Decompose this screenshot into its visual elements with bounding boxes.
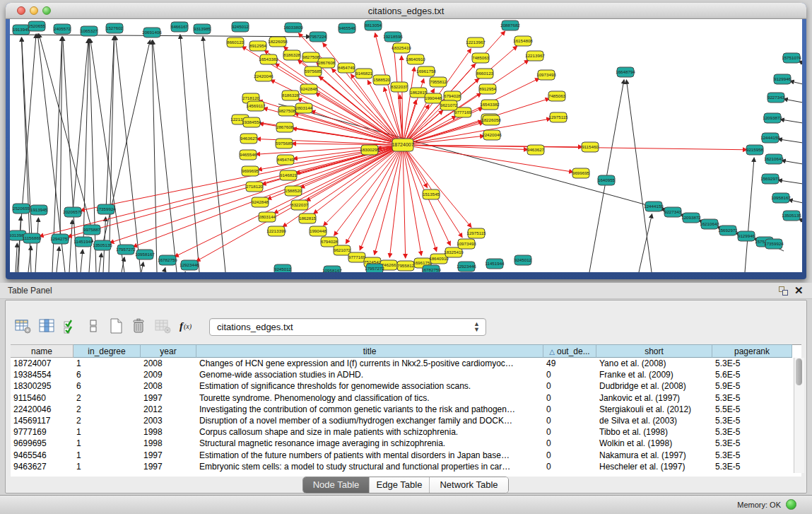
table-row[interactable]: 1456911722003Disruption of a novel membe… bbox=[11, 415, 792, 426]
table-row[interactable]: 969969511998Structural magnetic resonanc… bbox=[11, 438, 792, 449]
table-row[interactable]: 911546021997Tourette syndrome. Phenomeno… bbox=[11, 392, 792, 404]
table-cell[interactable]: 1 bbox=[73, 450, 141, 461]
table-cell[interactable]: Jankovic et al. (1997) bbox=[596, 392, 712, 404]
table-cell[interactable]: Yano et al. (2008) bbox=[596, 358, 712, 369]
table-cell[interactable]: Corpus callosum shape and size in male p… bbox=[196, 426, 543, 438]
table-cell[interactable]: 0 bbox=[543, 415, 596, 426]
table-cell[interactable]: 5.3E-5 bbox=[712, 461, 792, 472]
table-cell[interactable]: 1 bbox=[73, 358, 141, 369]
network-canvas[interactable]: 1913945252065524055721065327152760220691… bbox=[10, 19, 802, 272]
table-cell[interactable]: 9777169 bbox=[11, 426, 73, 438]
table-cell[interactable]: Embryonic stem cells: a model to study s… bbox=[196, 461, 543, 472]
table-vertical-scrollbar[interactable] bbox=[794, 358, 804, 473]
table-row[interactable]: 946362711997Embryonic stem cells: a mode… bbox=[11, 461, 792, 472]
table-cell[interactable]: 2 bbox=[73, 404, 141, 415]
table-cell[interactable]: 5.3E-5 bbox=[712, 450, 792, 461]
table-cell[interactable]: 5.6E-5 bbox=[712, 369, 792, 380]
table-cell[interactable]: Wolkin et al. (1998) bbox=[596, 438, 712, 449]
table-row[interactable]: 1938455462009Genome-wide association stu… bbox=[11, 369, 792, 380]
table-cell[interactable]: Changes of HCN gene expression and I(f) … bbox=[196, 358, 543, 369]
table-cell[interactable]: 2008 bbox=[141, 358, 196, 369]
table-cell[interactable]: 0 bbox=[543, 438, 596, 449]
table-cell[interactable]: 0 bbox=[543, 426, 596, 438]
table-cell[interactable]: Investigating the contribution of common… bbox=[196, 404, 543, 415]
table-cell[interactable]: 2009 bbox=[141, 369, 196, 380]
table-row[interactable]: 977716911998Corpus callosum shape and si… bbox=[11, 426, 792, 438]
table-cell[interactable]: 1997 bbox=[141, 461, 196, 472]
table-cell[interactable]: 5.3E-5 bbox=[712, 426, 792, 438]
select-all-icon[interactable] bbox=[61, 316, 81, 336]
table-cell[interactable]: 2 bbox=[73, 415, 141, 426]
table-cell[interactable]: 5.3E-5 bbox=[712, 392, 792, 404]
table-cell[interactable]: de Silva et al. (2003) bbox=[596, 415, 712, 426]
table-cell[interactable]: 9115460 bbox=[11, 392, 73, 404]
function-builder-icon[interactable]: f(x) bbox=[177, 316, 196, 336]
table-cell[interactable]: Tibbo et al. (1998) bbox=[596, 426, 712, 438]
tab-network-table[interactable]: Network Table bbox=[430, 477, 508, 493]
table-cell[interactable]: 49 bbox=[543, 358, 596, 369]
table-cell[interactable]: Tourette syndrome. Phenomenology and cla… bbox=[196, 392, 543, 404]
table-row[interactable]: 1872400712008Changes of HCN gene express… bbox=[11, 358, 792, 369]
table-row[interactable]: 946554611997Estimation of the future num… bbox=[11, 450, 792, 461]
table-cell[interactable]: 1998 bbox=[141, 438, 196, 449]
table-body[interactable]: 1872400712008Changes of HCN gene express… bbox=[11, 358, 792, 473]
table-cell[interactable]: 1998 bbox=[141, 426, 196, 438]
column-header-pagerank[interactable]: pagerank bbox=[712, 344, 792, 358]
table-cell[interactable]: 1997 bbox=[141, 392, 196, 404]
table-cell[interactable]: 1 bbox=[73, 461, 141, 472]
table-cell[interactable]: Structural magnetic resonance image aver… bbox=[196, 438, 543, 449]
table-cell[interactable]: 5.3E-5 bbox=[712, 358, 792, 369]
table-cell[interactable]: 0 bbox=[543, 404, 596, 415]
delete-table-icon[interactable] bbox=[153, 316, 172, 336]
new-column-icon[interactable] bbox=[106, 316, 126, 336]
table-cell[interactable]: 2012 bbox=[141, 404, 196, 415]
table-cell[interactable]: Dudbridge et al. (2008) bbox=[596, 380, 712, 392]
citation-network-graph[interactable]: 1913945252065524055721065327152760220691… bbox=[10, 19, 802, 272]
row-mode-icon[interactable] bbox=[83, 316, 103, 336]
table-cell[interactable]: Estimation of the future numbers of pati… bbox=[196, 450, 543, 461]
table-cell[interactable]: 5.3E-5 bbox=[712, 438, 792, 449]
table-cell[interactable]: 0 bbox=[543, 380, 596, 392]
table-cell[interactable]: 2003 bbox=[141, 415, 196, 426]
table-cell[interactable]: 5.5E-5 bbox=[712, 404, 792, 415]
network-window-titlebar[interactable]: citations_edges.txt bbox=[6, 3, 806, 19]
table-cell[interactable]: 2 bbox=[73, 392, 141, 404]
table-cell[interactable]: Hescheler et al. (1997) bbox=[596, 461, 712, 472]
table-cell[interactable]: 18300295 bbox=[11, 380, 73, 392]
table-cell[interactable]: 0 bbox=[543, 450, 596, 461]
column-header-in-degree[interactable]: in_degree bbox=[73, 344, 141, 358]
float-panel-icon[interactable] bbox=[778, 286, 789, 296]
column-visibility-icon[interactable] bbox=[37, 316, 57, 336]
table-row[interactable]: 1830029562008Estimation of significance … bbox=[11, 380, 792, 392]
table-cell[interactable]: 9699695 bbox=[11, 438, 73, 449]
tab-node-table[interactable]: Node Table bbox=[303, 477, 370, 493]
table-selector-dropdown[interactable]: citations_edges.txt ▲▼ bbox=[209, 318, 486, 336]
table-cell[interactable]: 18724007 bbox=[11, 358, 73, 369]
table-cell[interactable]: 1997 bbox=[141, 450, 196, 461]
column-header-name[interactable]: name bbox=[11, 344, 73, 358]
delete-column-icon[interactable] bbox=[129, 316, 148, 336]
column-header-out-degree[interactable]: △out_de... bbox=[543, 344, 596, 358]
column-header-title[interactable]: title bbox=[196, 344, 543, 358]
table-cell[interactable]: 1 bbox=[73, 426, 141, 438]
table-cell[interactable]: 14569117 bbox=[11, 415, 73, 426]
tab-edge-table[interactable]: Edge Table bbox=[370, 477, 430, 493]
table-mode-icon[interactable] bbox=[13, 316, 33, 336]
column-header-year[interactable]: year bbox=[141, 344, 196, 358]
table-cell[interactable]: Franke et al. (2009) bbox=[596, 369, 712, 380]
table-row[interactable]: 2242004622012Investigating the contribut… bbox=[11, 404, 792, 415]
table-cell[interactable]: 1 bbox=[73, 438, 141, 449]
table-cell[interactable]: Nakamura et al. (1997) bbox=[596, 450, 712, 461]
table-cell[interactable]: 2008 bbox=[141, 380, 196, 392]
table-cell[interactable]: 9463627 bbox=[11, 461, 73, 472]
table-cell[interactable]: 9465546 bbox=[11, 450, 73, 461]
table-cell[interactable]: 0 bbox=[543, 461, 596, 472]
table-cell[interactable]: Estimation of significance thresholds fo… bbox=[196, 380, 543, 392]
table-cell[interactable]: 0 bbox=[543, 392, 596, 404]
table-cell[interactable]: 19384554 bbox=[11, 369, 73, 380]
column-header-short[interactable]: short bbox=[596, 344, 712, 358]
table-cell[interactable]: 0 bbox=[543, 369, 596, 380]
table-cell[interactable]: 6 bbox=[73, 369, 141, 380]
table-cell[interactable]: 6 bbox=[73, 380, 141, 392]
table-cell[interactable]: 5.3E-5 bbox=[712, 415, 792, 426]
